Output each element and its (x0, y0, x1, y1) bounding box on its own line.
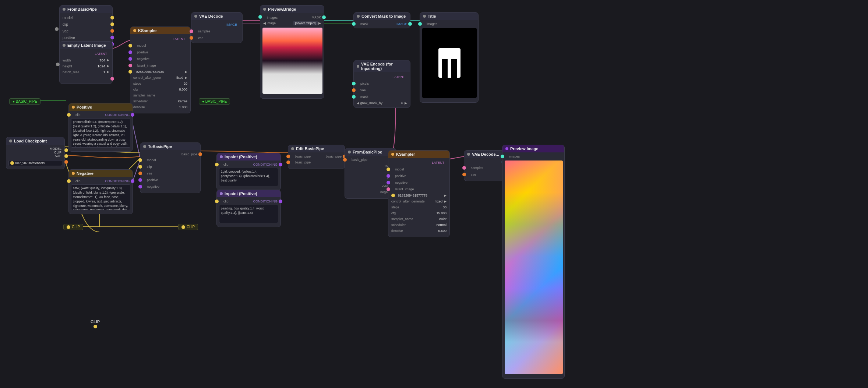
node-header: ToBasicPipe (140, 143, 200, 150)
node-header: VAE Decode (191, 13, 242, 20)
node-output-positive: positive (60, 34, 112, 41)
images-connector (258, 15, 262, 19)
vae-out (64, 160, 68, 164)
node-header: Positive (69, 103, 133, 111)
node-title: KSampler (396, 152, 415, 156)
height-row: height 1024 ▶ (60, 63, 112, 69)
latent-image-input-row: latent_image (130, 62, 190, 69)
grow-mask-row: ◀ grow_mask_by 6 ▶ (354, 100, 410, 106)
node-header: PreviewBridge (260, 6, 324, 13)
model-input-connector (128, 44, 132, 47)
node-output-model: model (60, 14, 112, 21)
node-title: Convert Mask to Image (361, 14, 406, 18)
latent-image-input-connector (128, 64, 132, 67)
conditioning-output-neg (131, 179, 134, 183)
positive-output-connector (110, 36, 114, 39)
scheduler-row: scheduler karras (130, 98, 190, 104)
node-title: Edit BasicPipe (296, 147, 324, 151)
node-header: Preview Image (502, 145, 564, 152)
preview-bridge-node: PreviewBridge images MASK ◀ image [objec… (260, 5, 324, 99)
negative-text[interactable]: nsfw, (worst quality, low quality:1.3), … (71, 184, 130, 210)
clip-input: clip (140, 163, 200, 170)
cfg-row: cfg 15.000 (388, 210, 449, 216)
cfg-row: cfg 8.000 (130, 87, 190, 92)
node-title: KSampler (138, 28, 157, 33)
convert-mask-to-image-node: Convert Mask to Image mask IMAGE (353, 12, 410, 28)
negative-input: negative (140, 183, 200, 190)
images-input: images (502, 154, 564, 159)
node-header: Negative (69, 170, 133, 177)
node-title: Positive (77, 105, 92, 109)
positive-input-connector (128, 50, 132, 54)
positive-text[interactable]: photorealistic:1.4, (masterpiece:1.2), (… (71, 118, 130, 148)
image-output-label: IMAGE (191, 21, 242, 28)
node-title: Inpaint (Positive) (225, 155, 257, 159)
image-input: ◀ image (263, 21, 276, 25)
node-header: Edit BasicPipe (288, 145, 345, 152)
conditioning-output (131, 113, 134, 117)
node-title: VAE Decode... (472, 152, 499, 156)
basic-pipe-label-1: ● BASIC_PIPE (9, 98, 40, 105)
latent-output-connector (110, 77, 114, 81)
model-out (64, 148, 68, 152)
inpaint-positive-text-2[interactable]: painting, (low quality:1.4, worst qualit… (219, 205, 278, 223)
edit-basic-pipe-node: Edit BasicPipe basic_pipe basic_pipe bas… (288, 145, 345, 169)
node-title: Inpaint (Positive) (225, 191, 257, 196)
steps-row: steps 20 (130, 81, 190, 87)
ksampler-node-2: KSampler LATENT model positive negative … (388, 150, 450, 237)
model-input: model (388, 166, 449, 173)
mask-input: mask (354, 94, 410, 100)
node-header: Inpaint (Positive) (217, 153, 280, 161)
preview-image-node: Preview Image images (502, 145, 565, 379)
mask-connector (322, 15, 326, 19)
mask-input: mask (357, 22, 368, 26)
negative-input: negative (388, 179, 449, 186)
negative-input-connector (128, 57, 132, 61)
images-input: images (263, 15, 278, 20)
images-input-connector (418, 22, 422, 26)
inpaint-positive-node-2: Inpaint (Positive) clip CONDITIONING pai… (216, 190, 281, 227)
seed-row: 6183269461577778 ▶ (388, 193, 449, 198)
positive-input-row: positive (130, 49, 190, 56)
denoise-row: denoise 1.000 (130, 104, 190, 110)
node-header: Title (420, 13, 478, 20)
preview-image-area (262, 28, 322, 94)
sampler-row: sampler_name (130, 92, 190, 98)
node-title: ToBasicPipe (148, 144, 172, 149)
model-input-row: model (130, 42, 190, 49)
node-title: Load Checkpoint (14, 139, 47, 143)
node-output-vae: vae (60, 28, 112, 34)
node-output-clip: clip (60, 21, 112, 28)
node-title: VAE Encode (for Inpainting) (361, 62, 407, 71)
basic-pipe-input2: basic_pipe (288, 159, 345, 166)
title-preview (422, 28, 477, 98)
load-checkpoint-node: Load Checkpoint MODEL CLIP VAE M07_v07.s… (6, 137, 65, 169)
node-header: KSampler (388, 151, 449, 158)
mask-output: MASK (311, 15, 321, 20)
steps-row: steps 30 (388, 204, 449, 210)
latent-input: latent_image (388, 186, 449, 193)
ksampler-node-1: KSampler LATENT model positive negative … (130, 27, 191, 113)
title-node: Title images (420, 12, 479, 103)
latent-connector-row (60, 75, 112, 82)
negative-input-row: negative (130, 56, 190, 62)
node-header: Empty Latent Image (60, 42, 112, 49)
vae-input: vae (354, 87, 410, 94)
clip-output-connector (110, 22, 114, 26)
vae-decode-node-1: VAE Decode IMAGE samples vae (191, 12, 243, 43)
vae-connector (190, 36, 193, 40)
node-header: Load Checkpoint (6, 137, 64, 145)
image-output-connector (408, 22, 412, 26)
vae-encode-inpainting-node: VAE Encode (for Inpainting) LATENT pixel… (353, 60, 410, 108)
node-header: VAE Encode (for Inpainting) (354, 60, 410, 72)
inpaint-positive-text-1[interactable]: 1girl, cropped, (yellow:1.4, pantyhose:1… (219, 168, 278, 186)
denoise-row: denoise 0.600 (388, 228, 449, 234)
vae-connector (352, 88, 356, 92)
vae-input: vae (191, 35, 242, 41)
clip-label-1: CLIP (91, 320, 100, 324)
node-title: Title (428, 14, 436, 18)
negative-node: Negative clip CONDITIONING nsfw, (worst … (68, 169, 133, 214)
control-row: control_after_generate fixed ▶ (388, 198, 449, 204)
node-title: Negative (77, 171, 93, 176)
image-output: IMAGE (396, 22, 407, 26)
